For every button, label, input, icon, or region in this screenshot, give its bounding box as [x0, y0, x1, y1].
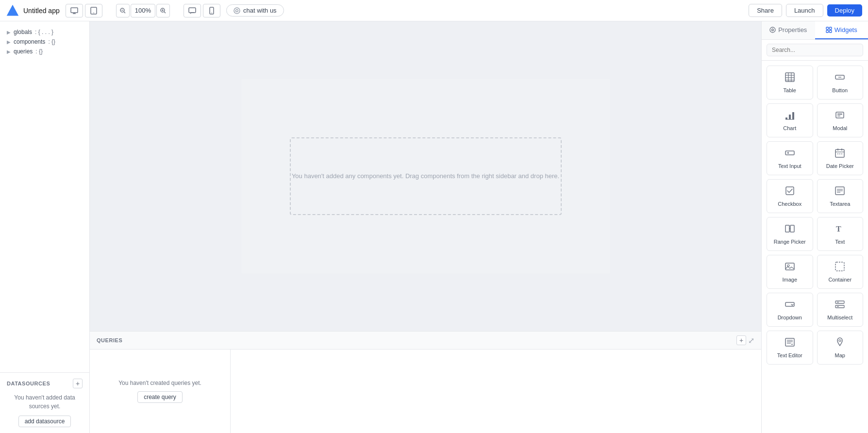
- widget-button-label: Button: [832, 87, 848, 93]
- widget-dropdown[interactable]: Dropdown: [767, 293, 813, 327]
- launch-button[interactable]: Launch: [786, 4, 823, 17]
- zoom-controls: 100%: [116, 4, 170, 17]
- add-datasource-button[interactable]: add datasource: [18, 416, 71, 427]
- main-layout: ▶ globals : { . . . } ▶ components : {} …: [0, 21, 868, 433]
- create-query-button[interactable]: create query: [137, 391, 183, 403]
- widget-text-label: Text: [835, 239, 845, 245]
- zoom-in-btn[interactable]: [156, 4, 170, 17]
- svg-rect-20: [826, 27, 829, 30]
- queries-editor: [231, 350, 761, 433]
- add-query-btn[interactable]: +: [736, 335, 746, 345]
- widget-textarea-label: Textarea: [830, 201, 850, 207]
- svg-point-15: [211, 12, 212, 13]
- empty-queries-text: You haven't created queries yet.: [118, 380, 201, 386]
- map-icon: [835, 337, 845, 350]
- tree-item-components[interactable]: ▶ components : {}: [7, 37, 83, 47]
- svg-rect-1: [71, 8, 78, 13]
- desktop-view-btn[interactable]: [66, 4, 83, 17]
- queries-body: You haven't created queries yet. create …: [90, 350, 761, 433]
- svg-rect-32: [785, 117, 787, 119]
- svg-point-48: [841, 153, 842, 154]
- mobile-view-btn[interactable]: [203, 4, 220, 17]
- widget-text-input[interactable]: Text Input: [767, 141, 813, 175]
- empty-datasources-text: You haven't added data sources yet.: [7, 393, 83, 411]
- logo-icon: [6, 4, 19, 17]
- widget-multiselect[interactable]: Multiselect: [817, 293, 864, 327]
- svg-point-19: [772, 29, 774, 31]
- drop-zone-text: You haven't added any components yet. Dr…: [292, 171, 559, 182]
- widget-modal[interactable]: Modal: [817, 103, 864, 137]
- tab-widgets[interactable]: Widgets: [815, 21, 868, 39]
- logo-area: Untitled app: [6, 4, 60, 17]
- widget-date-picker-label: Date Picker: [826, 163, 854, 169]
- widget-image[interactable]: Image: [767, 255, 813, 289]
- widget-checkbox[interactable]: Checkbox: [767, 179, 813, 213]
- svg-point-59: [787, 265, 789, 266]
- drop-zone[interactable]: You haven't added any components yet. Dr…: [290, 137, 562, 215]
- widget-text-input-label: Text Input: [778, 163, 801, 169]
- svg-point-47: [839, 153, 840, 154]
- widget-multiselect-label: Multiselect: [827, 315, 852, 320]
- container-icon: [835, 261, 845, 274]
- widgets-grid: Table Button Chart Moda: [762, 61, 868, 369]
- widget-textarea[interactable]: Textarea: [817, 179, 864, 213]
- zoom-out-btn[interactable]: [116, 4, 130, 17]
- svg-marker-0: [7, 4, 19, 16]
- tab-properties[interactable]: Properties: [762, 21, 815, 39]
- tree-arrow-globals: ▶: [7, 30, 11, 35]
- comment-btn[interactable]: [184, 4, 201, 17]
- tree-item-queries[interactable]: ▶ queries : {}: [7, 47, 83, 56]
- chat-label: chat with us: [243, 7, 277, 14]
- add-datasource-icon-btn[interactable]: +: [73, 379, 83, 388]
- svg-rect-38: [837, 116, 840, 117]
- tablet-view-btn[interactable]: [85, 4, 102, 17]
- queries-actions: + ⤢: [736, 335, 754, 345]
- widget-chart[interactable]: Chart: [767, 103, 813, 137]
- svg-rect-21: [829, 27, 832, 30]
- chat-btn[interactable]: chat with us: [226, 4, 284, 17]
- text-editor-icon: [785, 337, 795, 350]
- search-input[interactable]: [767, 44, 863, 56]
- widget-button[interactable]: Button: [817, 66, 864, 100]
- canvas-main: You haven't added any components yet. Dr…: [90, 21, 761, 331]
- widget-text-editor-label: Text Editor: [777, 352, 802, 358]
- tree-section: ▶ globals : { . . . } ▶ components : {} …: [0, 21, 89, 372]
- widget-table-label: Table: [784, 87, 796, 93]
- view-toggle: [66, 4, 102, 17]
- datasources-section: DATASOURCES + You haven't added data sou…: [0, 372, 89, 433]
- table-icon: [785, 72, 795, 85]
- app-title: Untitled app: [23, 7, 60, 15]
- svg-line-7: [124, 12, 125, 13]
- widget-text-editor[interactable]: Text Editor: [767, 331, 813, 365]
- zoom-level: 100%: [131, 4, 155, 17]
- widget-container-label: Container: [828, 277, 851, 283]
- svg-rect-55: [790, 225, 794, 232]
- svg-rect-22: [826, 31, 829, 33]
- multiselect-icon: [835, 299, 845, 312]
- queries-expand-btn[interactable]: ⤢: [748, 335, 754, 345]
- topbar: Untitled app 100% chat with us Share Lau…: [0, 0, 868, 21]
- tree-item-globals[interactable]: ▶ globals : { . . . }: [7, 27, 83, 37]
- queries-list: You haven't created queries yet. create …: [90, 350, 231, 433]
- widget-text[interactable]: T Text: [817, 217, 864, 251]
- svg-rect-37: [837, 114, 842, 115]
- widget-checkbox-label: Checkbox: [778, 201, 801, 207]
- svg-point-16: [234, 8, 240, 14]
- widget-container[interactable]: Container: [817, 255, 864, 289]
- deploy-button[interactable]: Deploy: [827, 4, 862, 17]
- svg-text:T: T: [836, 225, 841, 233]
- queries-panel: QUERIES + ⤢ You haven't created queries …: [90, 331, 761, 433]
- share-button[interactable]: Share: [749, 4, 782, 17]
- queries-header: QUERIES + ⤢: [90, 332, 761, 350]
- widget-map[interactable]: Map: [817, 331, 864, 365]
- svg-rect-63: [835, 305, 844, 308]
- svg-point-46: [837, 153, 838, 154]
- topbar-right: Share Launch Deploy: [749, 4, 862, 17]
- left-sidebar: ▶ globals : { . . . } ▶ components : {} …: [0, 21, 90, 433]
- svg-rect-36: [836, 112, 844, 118]
- widget-table[interactable]: Table: [767, 66, 813, 100]
- chart-icon: [785, 110, 795, 123]
- widget-range-picker[interactable]: Range Picker: [767, 217, 813, 251]
- widget-date-picker[interactable]: Date Picker: [817, 141, 864, 175]
- svg-line-10: [164, 12, 166, 13]
